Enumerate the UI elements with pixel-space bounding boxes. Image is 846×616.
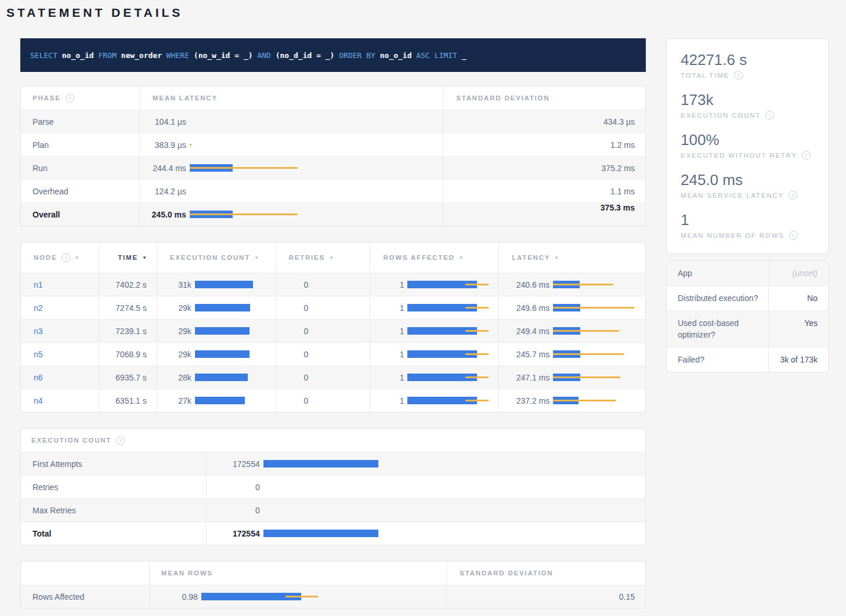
info-icon[interactable]: i	[789, 231, 798, 240]
stat-value: 245.0 ms	[681, 171, 814, 189]
table-row: n6 6935.7 s 28k 0 1 247.1 ms	[21, 365, 645, 389]
std-dev-column-header: STANDARD DEVIATION	[443, 86, 645, 110]
time-header-label: TIME	[118, 254, 138, 261]
exec-count-bar	[195, 350, 276, 358]
table-row: Overhead 124.2 µs 1.1 ms	[21, 179, 645, 202]
info-icon[interactable]: i	[66, 94, 74, 103]
page-title: STATEMENT DETAILS	[0, 0, 846, 20]
exec-row-value: 0	[207, 506, 260, 515]
info-icon[interactable]: i	[116, 436, 125, 445]
node-rows-affected: 1	[370, 327, 404, 336]
table-row: Retries 0	[21, 475, 645, 498]
mean-latency-column-header: MEAN LATENCY	[140, 86, 444, 110]
node-link[interactable]: n1	[21, 280, 43, 289]
side-column: 42271.6 s TOTAL TIMEi 173k EXECUTION COU…	[666, 38, 829, 372]
exec-count-bar	[263, 483, 645, 491]
latency-bar	[553, 327, 645, 335]
node-time: 6935.7 s	[99, 366, 157, 389]
execution-count-header: EXECUTION COUNT i	[21, 429, 125, 452]
detail-value: No	[768, 286, 828, 310]
detail-value: 3k of 173k	[768, 347, 828, 372]
sort-arrow-icon: ▼	[554, 255, 559, 260]
latency-bar	[553, 350, 645, 358]
table-row: Rows Affected 0.98 0.15	[21, 585, 645, 608]
node-header-label: NODE	[34, 254, 57, 261]
retries-column-header[interactable]: RETRIES ▼	[276, 242, 371, 273]
rows-affected-bar	[407, 304, 498, 311]
rows-affected-bar	[407, 397, 498, 404]
rows-affected-column-header[interactable]: ROWS AFFECTED ▼	[370, 242, 499, 273]
detail-row: Distributed execution? No	[667, 285, 828, 310]
exec-row-value: 0	[207, 483, 260, 492]
stat-value: 173k	[681, 91, 814, 109]
node-time: 6351.1 s	[99, 389, 157, 412]
node-retries: 0	[276, 343, 371, 365]
node-retries: 0	[276, 389, 371, 412]
stat-mean-number-of-rows: 1 MEAN NUMBER OF ROWSi	[681, 211, 814, 240]
detail-label: Distributed execution?	[667, 286, 768, 310]
empty-header-cell	[21, 561, 150, 585]
node-rows-affected: 1	[370, 350, 404, 359]
mean-latency-value: 244.4 ms	[140, 164, 186, 173]
phase-header-label: PHASE	[32, 95, 61, 102]
node-rows-affected: 1	[370, 303, 404, 313]
sql-token: no_o_id	[380, 51, 417, 60]
latency-bar	[190, 118, 443, 125]
latency-header-label: LATENCY	[512, 254, 550, 261]
info-icon[interactable]: i	[789, 191, 797, 200]
time-column-header[interactable]: TIME ▼	[99, 242, 157, 273]
rows-affected-label: Rows Affected	[21, 585, 150, 608]
node-link[interactable]: n4	[21, 396, 43, 405]
exec-row-value: 172554	[207, 459, 260, 469]
node-link[interactable]: n2	[21, 303, 43, 313]
sort-arrow-icon: ▼	[74, 255, 79, 260]
info-icon[interactable]: i	[765, 111, 774, 119]
exec-count-column-header[interactable]: EXECUTION COUNT ▼	[157, 242, 276, 273]
node-link[interactable]: n3	[21, 327, 43, 336]
node-time: 7274.5 s	[99, 296, 157, 319]
node-link[interactable]: n6	[21, 373, 43, 382]
latency-column-header[interactable]: LATENCY ▼	[499, 242, 645, 273]
exec-count-bar	[195, 304, 276, 311]
node-time: 7239.1 s	[99, 320, 157, 342]
detail-label: App	[667, 261, 768, 285]
stat-total-time: 42271.6 s TOTAL TIMEi	[681, 51, 814, 79]
phase-label: Plan	[21, 133, 140, 156]
sql-token: new_order	[121, 51, 167, 60]
phase-label: Run	[21, 157, 140, 179]
latency-bar	[190, 141, 443, 148]
stat-value: 1	[681, 211, 814, 229]
exec-row-value: 172554	[207, 529, 260, 538]
execution-count-title: EXECUTION COUNT	[31, 437, 111, 444]
node-rows-affected: 1	[370, 396, 404, 405]
node-rows-affected: 1	[370, 280, 404, 289]
node-retries: 0	[276, 296, 371, 319]
sql-token: ASC LIMIT	[416, 51, 461, 60]
node-column-header[interactable]: NODE i ▼	[21, 242, 99, 273]
detail-row: App (unset)	[667, 261, 828, 285]
stat-label: EXECUTION COUNTi	[681, 111, 814, 119]
node-link[interactable]: n5	[21, 350, 43, 359]
stat-execution-count: 173k EXECUTION COUNTi	[681, 91, 814, 119]
table-row: First Attempts 172554	[21, 452, 645, 475]
stat-label: MEAN NUMBER OF ROWSi	[681, 231, 814, 240]
main-column: SELECT no_o_id FROM new_order WHERE (no_…	[20, 38, 646, 616]
stat-value: 42271.6 s	[681, 51, 814, 69]
mean-latency-value: 245.0 ms	[140, 210, 186, 219]
node-table: NODE i ▼ TIME ▼ EXECUTION COUNT ▼ RETRIE…	[20, 242, 646, 412]
phase-table: PHASE i MEAN LATENCY STANDARD DEVIATION …	[20, 86, 646, 226]
sql-token: FROM	[98, 51, 121, 60]
node-latency: 237.2 ms	[499, 396, 549, 405]
exec-count-bar	[195, 327, 276, 335]
stat-label: TOTAL TIMEi	[681, 71, 814, 79]
std-dev-value: 375.2 ms	[443, 157, 645, 179]
info-icon[interactable]: i	[62, 253, 70, 262]
latency-bar	[190, 211, 443, 218]
detail-value: Yes	[768, 311, 828, 347]
table-row: Overall 245.0 ms 375.3 ms	[21, 202, 645, 226]
node-retries: 0	[276, 320, 371, 342]
node-exec-count: 29k	[157, 350, 191, 359]
info-icon[interactable]: i	[802, 151, 811, 160]
info-icon[interactable]: i	[734, 71, 743, 79]
sort-arrow-icon: ▼	[254, 255, 259, 260]
